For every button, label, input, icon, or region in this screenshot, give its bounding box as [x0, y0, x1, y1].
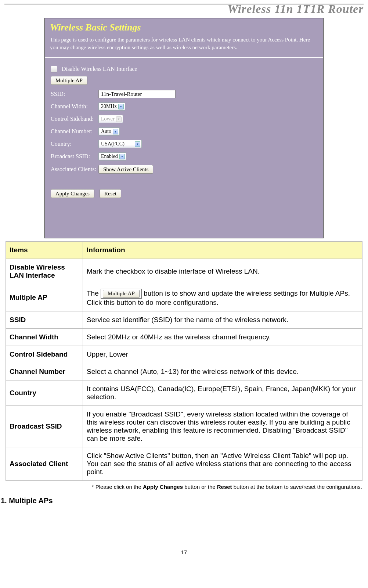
table-row: Channel Width Select 20MHz or 40MHz as t… [6, 328, 362, 346]
ssid-input[interactable]: 11n-Travel-Router [98, 90, 176, 98]
item-cell: Disable Wireless LAN Interface [6, 259, 83, 284]
items-information-table: Items Information Disable Wireless LAN I… [6, 241, 362, 481]
item-cell: Channel Number [6, 363, 83, 380]
item-cell: Control Sideband [6, 346, 83, 363]
channel-number-select[interactable]: Auto▼ [98, 127, 120, 136]
multiple-ap-button[interactable]: Multiple AP [51, 76, 87, 85]
settings-panel-screenshot: Wireless Basic Settings This page is use… [44, 18, 324, 238]
channel-number-label: Channel Number: [51, 128, 98, 135]
table-header-items: Items [6, 242, 83, 259]
info-cell: It contains USA(FCC), Canada(IC), Europe… [83, 380, 362, 405]
control-sideband-select[interactable]: Lower▼ [98, 115, 123, 123]
panel-description: This page is used to configure the param… [45, 33, 323, 58]
table-row: Country It contains USA(FCC), Canada(IC)… [6, 380, 362, 405]
table-row: Control Sideband Upper, Lower [6, 346, 362, 363]
chevron-down-icon: ▼ [119, 154, 125, 159]
item-cell: SSID [6, 311, 83, 328]
info-cell: Click "Show Active Clients" button, then… [83, 447, 362, 480]
info-cell: Select 20MHz or 40MHz as the wireless ch… [83, 328, 362, 346]
broadcast-ssid-label: Broadcast SSID: [51, 153, 98, 160]
ssid-label: SSID: [51, 91, 98, 97]
page-number: 17 [0, 549, 368, 563]
item-cell: Country [6, 380, 83, 405]
channel-width-select[interactable]: 20MHz▼ [98, 102, 125, 111]
show-active-clients-button[interactable]: Show Active Clients [98, 165, 153, 174]
panel-title: Wireless Basic Settings [45, 18, 323, 33]
apply-changes-button[interactable]: Apply Changes [51, 189, 94, 198]
chevron-down-icon: ▼ [135, 141, 140, 147]
item-cell: Multiple AP [6, 284, 83, 311]
country-select[interactable]: USA(FCC)▼ [98, 140, 142, 148]
info-cell: The Multiple AP button is to show and up… [83, 284, 362, 311]
disable-wlan-label: Disable Wireless LAN Interface [62, 66, 137, 72]
footnote: * Please click on the Apply Changes butt… [0, 481, 368, 490]
section-heading-multiple-aps: 1. Multiple APs [0, 490, 368, 505]
table-row: Multiple AP The Multiple AP button is to… [6, 284, 362, 311]
info-cell: Mark the checkbox to disable interface o… [83, 259, 362, 284]
info-cell: Select a channel (Auto, 1~13) for the wi… [83, 363, 362, 380]
table-row: Channel Number Select a channel (Auto, 1… [6, 363, 362, 380]
multiple-ap-inline-button: Multiple AP [103, 290, 140, 298]
chevron-down-icon: ▼ [116, 116, 122, 122]
broadcast-ssid-select[interactable]: Enabled▼ [98, 152, 126, 160]
product-title: Wireless 11n 1T1R Router [0, 2, 368, 16]
table-row: Disable Wireless LAN Interface Mark the … [6, 259, 362, 284]
associated-clients-label: Associated Clients: [51, 166, 98, 173]
item-cell: Associated Client [6, 447, 83, 480]
item-cell: Broadcast SSID [6, 405, 83, 447]
chevron-down-icon: ▼ [113, 129, 118, 134]
info-cell: If you enable "Broadcast SSID", every wi… [83, 405, 362, 447]
table-row: SSID Service set identifier (SSID) for t… [6, 311, 362, 328]
reset-button[interactable]: Reset [100, 189, 121, 198]
item-cell: Channel Width [6, 328, 83, 346]
table-row: Associated Client Click "Show Active Cli… [6, 447, 362, 480]
info-cell: Service set identifier (SSID) for the na… [83, 311, 362, 328]
table-row: Broadcast SSID If you enable "Broadcast … [6, 405, 362, 447]
table-header-information: Information [83, 242, 362, 259]
info-cell: Upper, Lower [83, 346, 362, 363]
chevron-down-icon: ▼ [118, 104, 124, 109]
control-sideband-label: Control Sideband: [51, 116, 98, 122]
country-label: Country: [51, 141, 98, 147]
channel-width-label: Channel Width: [51, 103, 98, 110]
disable-wlan-checkbox[interactable] [51, 66, 57, 72]
